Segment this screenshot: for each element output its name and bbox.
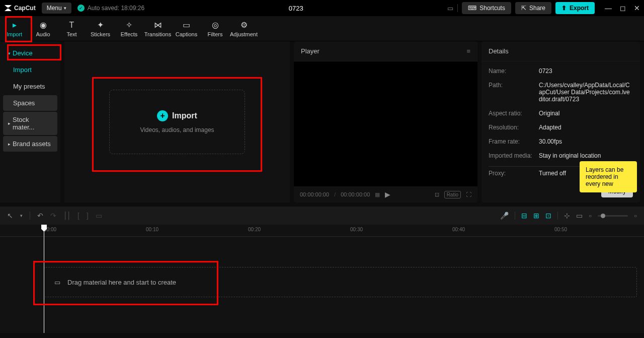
- project-title: 0723: [150, 5, 441, 12]
- link-icon[interactable]: ⊡: [545, 212, 551, 220]
- detail-proxy-label: Proxy:: [489, 170, 539, 177]
- ruler-mark: 00:20: [248, 227, 261, 232]
- caret-icon: ▾: [8, 51, 11, 56]
- menu-icon[interactable]: ≡: [466, 47, 470, 55]
- app-logo: CapCut: [4, 4, 36, 12]
- ratio-button[interactable]: Ratio: [444, 191, 461, 198]
- tab-transitions[interactable]: ⋈Transitions: [143, 18, 172, 39]
- snap-icon[interactable]: ⊟: [521, 212, 527, 220]
- cursor-tool[interactable]: ↖: [7, 212, 13, 220]
- play-icon[interactable]: ▶: [385, 190, 390, 198]
- plus-icon: +: [157, 110, 168, 121]
- time-total: 00:00:00:00: [341, 191, 370, 197]
- detail-aspect-label: Aspect ratio:: [489, 110, 539, 117]
- tab-filters[interactable]: ◎Filters: [201, 18, 229, 39]
- tab-stickers[interactable]: ✦Stickers: [86, 18, 115, 39]
- timeline-ruler[interactable]: 00:00 00:10 00:20 00:30 00:40 00:50: [0, 225, 644, 237]
- effects-icon: ✧: [124, 20, 134, 30]
- capcut-logo-icon: [4, 4, 12, 12]
- sidebar-spaces[interactable]: Spaces: [3, 95, 57, 111]
- trim-left-tool[interactable]: [: [77, 212, 79, 220]
- sidebar-presets[interactable]: My presets: [3, 79, 57, 94]
- timeline-track[interactable]: ▭ Drag material here and start to create: [44, 267, 637, 297]
- playhead[interactable]: [44, 225, 44, 333]
- menu-button[interactable]: Menu ▾: [42, 3, 71, 14]
- share-button[interactable]: ⇱ Share: [515, 2, 551, 14]
- grid-icon[interactable]: ▦: [375, 191, 380, 198]
- captions-icon: ▭: [182, 20, 192, 30]
- app-name: CapCut: [14, 5, 36, 12]
- tab-captions[interactable]: ▭Captions: [172, 18, 201, 39]
- export-icon: ⬆: [561, 5, 567, 12]
- import-icon: ▸: [10, 20, 20, 30]
- tab-effects[interactable]: ✧Effects: [115, 18, 143, 39]
- timeline[interactable]: 00:00 00:10 00:20 00:30 00:40 00:50 ▭ Dr…: [0, 225, 644, 333]
- detail-name-label: Name:: [489, 67, 539, 75]
- player-footer: 00:00:00:00 / 00:00:00:00 ▦ ▶ ⊡ Ratio ⛶: [294, 186, 477, 202]
- tab-import[interactable]: ▸Import: [0, 18, 29, 39]
- share-icon: ⇱: [521, 5, 526, 12]
- sidebar-stock[interactable]: ▸Stock mater...: [3, 112, 57, 135]
- delete-tool[interactable]: ▭: [96, 212, 102, 220]
- filters-icon: ◎: [210, 20, 220, 30]
- fullscreen-icon[interactable]: ⛶: [466, 191, 471, 197]
- ruler-mark: 00:50: [554, 227, 567, 232]
- import-title: Import: [172, 111, 197, 120]
- player-viewport[interactable]: [294, 61, 477, 186]
- zoom-in-icon[interactable]: ○: [634, 213, 637, 219]
- detail-fps-value: 30.00fps: [539, 138, 562, 145]
- transitions-icon: ⋈: [153, 20, 163, 30]
- undo-button[interactable]: ↶: [37, 212, 43, 220]
- caret-icon: ▸: [8, 121, 11, 126]
- detail-res-label: Resolution:: [489, 124, 539, 131]
- detail-path-value: C:/Users/cvalley/AppData/Local/CapCut/Us…: [539, 82, 633, 103]
- shortcuts-button[interactable]: ⌨ Shortcuts: [462, 2, 511, 14]
- ruler-mark: 00:40: [452, 227, 465, 232]
- time-current: 00:00:00:00: [300, 191, 329, 197]
- adjustment-icon: ⚙: [239, 20, 249, 30]
- sidebar-device[interactable]: ▾Device: [3, 45, 57, 61]
- detail-media-value: Stay in original location: [539, 152, 601, 159]
- zoom-slider[interactable]: [598, 215, 628, 217]
- detail-res-value: Adapted: [539, 124, 561, 131]
- import-dropzone[interactable]: + Import Videos, audios, and images: [109, 90, 245, 154]
- redo-button[interactable]: ↷: [50, 212, 56, 220]
- cursor-dropdown[interactable]: ▾: [20, 213, 23, 218]
- preview-icon[interactable]: ▭: [576, 212, 583, 220]
- split-tool[interactable]: ⎮⎮: [63, 212, 70, 220]
- magnet-icon[interactable]: ⊞: [533, 212, 539, 220]
- caret-icon: ▸: [8, 142, 11, 147]
- close-button[interactable]: ✕: [634, 4, 640, 12]
- stickers-icon: ✦: [96, 20, 106, 30]
- titlebar: CapCut Menu ▾ ✓ Auto saved: 18:09:26 072…: [0, 0, 644, 16]
- sidebar-brand[interactable]: ▸Brand assets: [3, 136, 57, 152]
- drag-hint: Drag material here and start to create: [67, 279, 176, 286]
- import-subtitle: Videos, audios, and images: [140, 126, 214, 133]
- detail-media-label: Imported media:: [489, 152, 539, 159]
- tooltip: Layers can be reordered in every new: [580, 161, 637, 192]
- tab-audio[interactable]: ◉Audio: [29, 18, 57, 39]
- tab-adjustment[interactable]: ⚙Adjustment: [229, 18, 258, 39]
- detail-name-value: 0723: [539, 67, 552, 75]
- timeline-toolbar: ↖ ▾ ↶ ↷ ⎮⎮ [ ] ▭ 🎤 ⊟ ⊞ ⊡ ⊹ ▭ ○ ○: [0, 207, 644, 225]
- sidebar-import[interactable]: Import: [3, 62, 57, 78]
- export-button[interactable]: ⬆ Export: [555, 2, 595, 14]
- keyboard-icon: ⌨: [468, 5, 476, 12]
- maximize-button[interactable]: ◻: [620, 4, 626, 12]
- check-icon: ✓: [77, 5, 85, 12]
- layout-icon[interactable]: ▭: [447, 5, 453, 12]
- window-controls: — ◻ ✕: [605, 4, 640, 12]
- detail-fps-label: Frame rate:: [489, 138, 539, 145]
- tabs-bar: ▸Import ◉Audio TText ✦Stickers ✧Effects …: [0, 16, 644, 41]
- align-icon[interactable]: ⊹: [564, 212, 570, 220]
- details-header: Details: [481, 41, 640, 61]
- player-panel: Player ≡ 00:00:00:00 / 00:00:00:00 ▦ ▶ ⊡…: [294, 41, 477, 202]
- focus-icon[interactable]: ⊡: [435, 191, 439, 198]
- tab-text[interactable]: TText: [57, 18, 86, 39]
- mic-icon[interactable]: 🎤: [500, 212, 509, 220]
- autosave-status: ✓ Auto saved: 18:09:26: [77, 5, 144, 12]
- titlebar-right: ▭ ⌨ Shortcuts ⇱ Share ⬆ Export — ◻ ✕: [447, 2, 640, 14]
- minimize-button[interactable]: —: [605, 4, 612, 12]
- trim-right-tool[interactable]: ]: [87, 212, 89, 220]
- zoom-out-icon[interactable]: ○: [589, 213, 592, 219]
